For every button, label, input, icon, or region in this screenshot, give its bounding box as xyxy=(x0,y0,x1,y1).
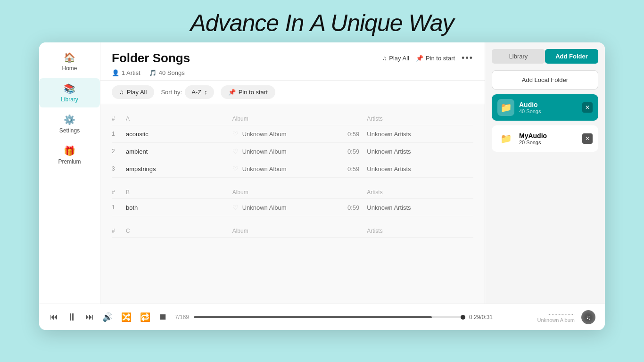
pin-to-start-btn[interactable]: 📌 Pin to start xyxy=(221,85,275,99)
col-artists-c: Artists xyxy=(367,228,473,234)
col-album-b: Album xyxy=(232,189,339,196)
song-name: ampstrings xyxy=(126,165,232,173)
music-icon: 🎵 xyxy=(149,69,157,76)
song-number: 2 xyxy=(112,148,126,155)
sidebar-item-library[interactable]: 📚 Library xyxy=(39,78,100,107)
sidebar: 🏠 Home 📚 Library ⚙️ Settings 🎁 Premium xyxy=(39,42,100,304)
song-artist: Unknown Artists xyxy=(367,204,473,211)
content-header: Folder Songs ♫ Play All 📌 Pin to start •… xyxy=(100,42,485,81)
album-col: ♡ Unknown Album xyxy=(232,165,339,173)
home-icon: 🏠 xyxy=(64,52,75,63)
col-artists-a: Artists xyxy=(367,115,473,122)
shuffle-btn[interactable]: 🔀 xyxy=(120,312,132,322)
folder-info-myaudio: MyAudio 20 Songs xyxy=(519,132,578,145)
folder-icon-myaudio: 📁 xyxy=(497,130,514,147)
header-actions: ♫ Play All 📌 Pin to start ••• xyxy=(382,53,473,63)
table-row[interactable]: 2 ambient ♡ Unknown Album 0:59 Unknown A… xyxy=(112,143,473,160)
folder-count-myaudio: 20 Songs xyxy=(519,140,578,145)
col-name-b: B xyxy=(126,189,232,196)
sidebar-item-premium[interactable]: 🎁 Premium xyxy=(39,140,100,170)
song-list: # A Album Artists 1 acoustic ♡ Unknown A… xyxy=(100,104,485,304)
progress-dot xyxy=(461,315,465,320)
prev-btn[interactable]: ⏮ xyxy=(49,312,59,322)
folder-card-myaudio[interactable]: 📁 MyAudio 20 Songs ✕ xyxy=(492,125,598,152)
col-dur-b xyxy=(339,189,367,196)
folder-icon-audio: 📁 xyxy=(497,99,514,116)
player-time: 0:29/0:31 xyxy=(469,314,493,321)
heart-icon[interactable]: ♡ xyxy=(232,165,239,173)
player-disc[interactable]: ♫ xyxy=(581,310,595,324)
folder-info-audio: Audio 40 Songs xyxy=(519,101,578,114)
song-number: 1 xyxy=(112,204,126,211)
page-title: Folder Songs xyxy=(112,51,190,66)
tab-library[interactable]: Library xyxy=(492,49,545,64)
song-artist: Unknown Artists xyxy=(367,148,473,155)
table-row[interactable]: 1 both ♡ Unknown Album 0:59 Unknown Arti… xyxy=(112,199,473,216)
player-bar: ⏮ ⏸ ⏭ 🔊 🔀 🔁 ⏹ 7/169 0:29/0:31 ··········… xyxy=(39,304,605,330)
page-headline: Advance In A Unique Way xyxy=(190,0,454,42)
disc-icon: ♫ xyxy=(586,313,591,321)
toolbar: ♫ Play All Sort by: A-Z ↕ 📌 Pin to start xyxy=(100,81,485,104)
heart-icon[interactable]: ♡ xyxy=(232,148,239,155)
song-artist: Unknown Artists xyxy=(367,165,473,173)
song-artist: Unknown Artists xyxy=(367,131,473,138)
sort-btn[interactable]: A-Z ↕ xyxy=(185,85,214,99)
heart-icon[interactable]: ♡ xyxy=(232,130,239,138)
settings-icon: ⚙️ xyxy=(64,114,75,125)
sidebar-label-premium: Premium xyxy=(58,158,81,165)
album-col: ♡ Unknown Album xyxy=(232,204,339,211)
play-all-btn[interactable]: ♫ Play All xyxy=(112,85,154,99)
pin-header-btn[interactable]: 📌 Pin to start xyxy=(416,55,455,62)
song-name: ambient xyxy=(126,148,232,155)
folder-count-audio: 40 Songs xyxy=(519,108,578,114)
volume-btn[interactable]: 🔊 xyxy=(101,312,114,322)
song-album: Unknown Album xyxy=(242,165,287,173)
library-icon: 📚 xyxy=(64,83,75,94)
table-row[interactable]: 1 acoustic ♡ Unknown Album 0:59 Unknown … xyxy=(112,125,473,143)
pause-btn[interactable]: ⏸ xyxy=(66,311,78,323)
folder-card-audio[interactable]: 📁 Audio 40 Songs ✕ xyxy=(492,94,598,121)
next-btn[interactable]: ⏭ xyxy=(84,312,95,322)
song-number: 1 xyxy=(112,131,126,137)
group-header-b: # B Album Artists xyxy=(112,184,473,199)
player-controls: ⏮ ⏸ ⏭ 🔊 🔀 🔁 ⏹ xyxy=(49,311,168,323)
section-b: # B Album Artists 1 both ♡ Unknown Album xyxy=(112,184,473,216)
add-local-folder-btn[interactable]: Add Local Folder xyxy=(492,70,598,90)
sort-icon: ↕ xyxy=(204,89,207,96)
play-all-header-btn[interactable]: ♫ Play All xyxy=(382,55,409,62)
progress-bar[interactable] xyxy=(194,316,464,318)
song-duration: 0:59 xyxy=(339,165,367,173)
section-a: # A Album Artists 1 acoustic ♡ Unknown A… xyxy=(112,111,473,178)
table-row[interactable]: 3 ampstrings ♡ Unknown Album 0:59 Unknow… xyxy=(112,160,473,178)
col-name-c: C xyxy=(126,228,232,234)
main-content: Folder Songs ♫ Play All 📌 Pin to start •… xyxy=(100,42,485,304)
premium-icon: 🎁 xyxy=(64,145,75,156)
sidebar-label-settings: Settings xyxy=(59,127,80,134)
song-album: Unknown Album xyxy=(242,204,287,211)
song-duration: 0:59 xyxy=(339,131,367,138)
track-number: 7/169 xyxy=(175,314,189,321)
heart-icon[interactable]: ♡ xyxy=(232,204,239,211)
song-album: Unknown Album xyxy=(242,148,287,155)
sidebar-label-library: Library xyxy=(61,96,78,103)
sidebar-item-home[interactable]: 🏠 Home xyxy=(39,47,100,76)
stop-btn[interactable]: ⏹ xyxy=(158,312,168,322)
album-col: ♡ Unknown Album xyxy=(232,148,339,155)
song-name: acoustic xyxy=(126,131,232,138)
tab-add-folder[interactable]: Add Folder xyxy=(545,49,598,64)
group-header-c: # C Album Artists xyxy=(112,223,473,238)
col-num: # xyxy=(112,115,126,122)
pin-header-icon: 📌 xyxy=(416,55,423,62)
player-track-info: ··················· Unknown Album xyxy=(499,312,575,323)
play-icon: ♫ xyxy=(119,89,124,96)
more-options-btn[interactable]: ••• xyxy=(462,53,473,63)
pin-header-label: Pin to start xyxy=(426,55,455,62)
repeat-btn[interactable]: 🔁 xyxy=(139,312,151,322)
player-progress: 7/169 0:29/0:31 xyxy=(175,314,493,321)
section-c: # C Album Artists xyxy=(112,223,473,238)
sidebar-item-settings[interactable]: ⚙️ Settings xyxy=(39,109,100,139)
group-header-a: # A Album Artists xyxy=(112,111,473,125)
folder-close-audio[interactable]: ✕ xyxy=(582,102,593,113)
sort-control: Sort by: A-Z ↕ xyxy=(161,85,214,99)
folder-close-myaudio[interactable]: ✕ xyxy=(582,133,593,144)
